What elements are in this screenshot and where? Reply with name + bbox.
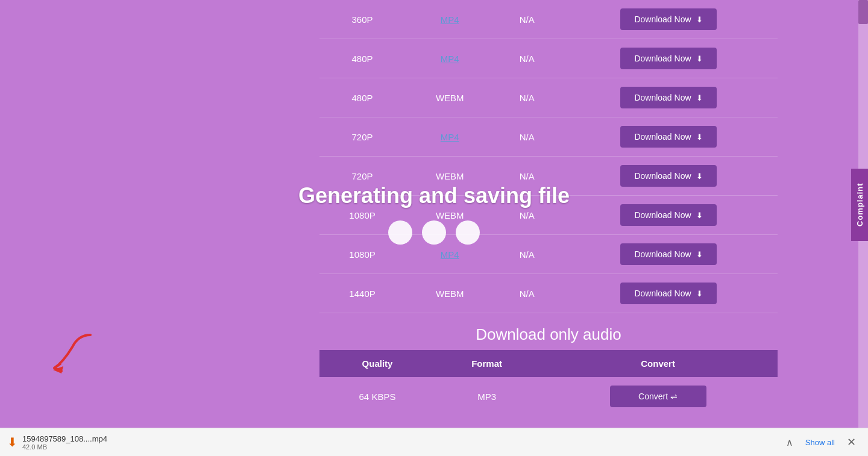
size-cell: N/A (494, 157, 559, 196)
download-btn-label: Download Now (634, 289, 691, 298)
quality-cell: 360P (319, 0, 405, 39)
download-bar-info: 1594897589_108....mp4 42.0 MB (22, 434, 781, 451)
quality-cell: 1440P (319, 274, 405, 313)
video-table-row: 480P MP4 N/A Download Now (319, 39, 778, 78)
audio-format-header: Format (435, 350, 538, 377)
arrow-overlay (36, 329, 108, 379)
quality-cell: 1080P (319, 196, 405, 235)
download-icon (696, 249, 703, 259)
size-cell: N/A (494, 117, 559, 157)
download-btn-label: Download Now (634, 132, 691, 142)
format-cell: WEBM (405, 196, 494, 235)
video-table-row: 480P WEBM N/A Download Now (319, 78, 778, 117)
format-link[interactable]: MP4 (441, 132, 459, 142)
format-cell[interactable]: MP4 (405, 235, 494, 274)
quality-cell: 720P (319, 117, 405, 157)
download-bar: ⬇ 1594897589_108....mp4 42.0 MB ∧ Show a… (0, 428, 868, 456)
video-table-row: 1440P WEBM N/A Download Now (319, 274, 778, 313)
size-cell: N/A (494, 196, 559, 235)
download-cell[interactable]: Download Now (559, 117, 778, 157)
download-icon (696, 171, 703, 181)
format-link[interactable]: MP4 (441, 14, 459, 25)
video-table-row: 1080P WEBM N/A Download Now (319, 196, 778, 235)
quality-cell: 720P (319, 157, 405, 196)
download-icon (696, 132, 703, 142)
format-cell[interactable]: MP4 (405, 117, 494, 157)
size-cell: N/A (494, 235, 559, 274)
video-table: 360P MP4 N/A Download Now 480P MP4 N/A D… (319, 0, 778, 313)
format-link[interactable]: MP4 (441, 54, 459, 64)
size-cell: N/A (494, 78, 559, 117)
show-all-button[interactable]: Show all (798, 436, 842, 449)
audio-table: Quality Format Convert 64 KBPS MP3 Conve… (319, 350, 778, 416)
download-icon (696, 14, 703, 24)
size-cell: N/A (494, 39, 559, 78)
quality-cell: 480P (319, 39, 405, 78)
download-icon (696, 93, 703, 102)
download-cell[interactable]: Download Now (559, 196, 778, 235)
quality-cell: 480P (319, 78, 405, 117)
download-cell[interactable]: Download Now (559, 274, 778, 313)
download-bar-right: Show all ✕ (798, 433, 861, 451)
format-cell[interactable]: MP4 (405, 0, 494, 39)
download-btn-label: Download Now (634, 14, 691, 24)
download-cell[interactable]: Download Now (559, 235, 778, 274)
audio-quality-cell: 64 KBPS (319, 377, 435, 416)
download-bar-size: 42.0 MB (22, 443, 781, 451)
download-icon (696, 210, 703, 220)
audio-section-title: Download only audio (319, 313, 778, 350)
download-btn-label: Download Now (634, 93, 691, 102)
arrow-icon (36, 329, 108, 377)
video-table-row: 720P MP4 N/A Download Now (319, 117, 778, 157)
download-bar-filename: 1594897589_108....mp4 (22, 434, 781, 443)
download-cell[interactable]: Download Now (559, 39, 778, 78)
download-btn-label: Download Now (634, 249, 691, 259)
audio-format-cell: MP3 (435, 377, 538, 416)
main-content: 360P MP4 N/A Download Now 480P MP4 N/A D… (0, 0, 868, 428)
download-btn-label: Download Now (634, 171, 691, 181)
close-download-bar-button[interactable]: ✕ (842, 433, 861, 451)
download-cell[interactable]: Download Now (559, 0, 778, 39)
download-icon (696, 289, 703, 298)
download-icon (696, 54, 703, 63)
audio-section: Download only audio Quality Format Conve… (319, 313, 778, 416)
download-cell[interactable]: Download Now (559, 157, 778, 196)
download-now-button[interactable]: Download Now (620, 87, 717, 108)
download-btn-label: Download Now (634, 210, 691, 220)
audio-convert-header: Convert (538, 350, 778, 377)
complaint-tab[interactable]: Complaint (851, 169, 868, 241)
format-cell[interactable]: MP4 (405, 39, 494, 78)
audio-table-header-row: Quality Format Convert (319, 350, 778, 377)
download-now-button[interactable]: Download Now (620, 48, 717, 69)
download-now-button[interactable]: Download Now (620, 165, 717, 187)
download-now-button[interactable]: Download Now (620, 8, 717, 30)
format-cell: WEBM (405, 274, 494, 313)
audio-quality-header: Quality (319, 350, 435, 377)
convert-button[interactable]: Convert ⇌ (610, 386, 706, 407)
download-cell[interactable]: Download Now (559, 78, 778, 117)
audio-table-row: 64 KBPS MP3 Convert ⇌ (319, 377, 778, 416)
audio-convert-cell[interactable]: Convert ⇌ (538, 377, 778, 416)
download-now-button[interactable]: Download Now (620, 283, 717, 304)
convert-btn-label: Convert ⇌ (638, 392, 678, 401)
download-now-button[interactable]: Download Now (620, 204, 717, 226)
download-now-button[interactable]: Download Now (620, 243, 717, 265)
format-cell: WEBM (405, 78, 494, 117)
quality-cell: 1080P (319, 235, 405, 274)
download-btn-label: Download Now (634, 54, 691, 63)
video-table-row: 1080P MP4 N/A Download Now (319, 235, 778, 274)
video-table-container: 360P MP4 N/A Download Now 480P MP4 N/A D… (319, 0, 778, 416)
download-bar-icon: ⬇ (7, 435, 17, 449)
size-cell: N/A (494, 0, 559, 39)
size-cell: N/A (494, 274, 559, 313)
format-cell: WEBM (405, 157, 494, 196)
scrollbar-thumb[interactable] (858, 0, 868, 24)
download-bar-chevron[interactable]: ∧ (781, 434, 798, 451)
format-link[interactable]: MP4 (441, 249, 459, 260)
video-table-row: 720P WEBM N/A Download Now (319, 157, 778, 196)
video-table-row: 360P MP4 N/A Download Now (319, 0, 778, 39)
download-now-button[interactable]: Download Now (620, 126, 717, 148)
